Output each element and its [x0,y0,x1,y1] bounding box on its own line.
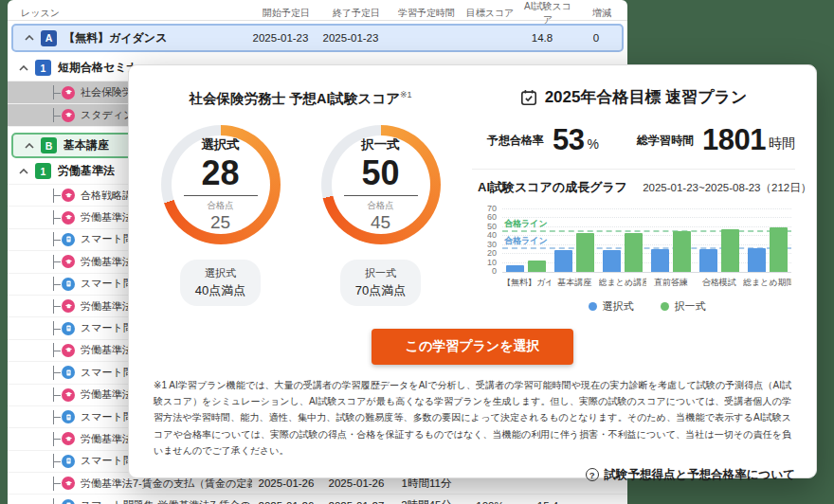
stat-label: 総学習時間 [637,133,694,149]
lesson-label: 労働基準法 [58,163,115,179]
problem-set-icon [62,233,75,246]
x-axis-label: 【無料】ガイダンス [502,277,551,289]
col-header-end-date: 終了予定日 [320,7,392,20]
calendar-icon [520,89,537,106]
x-axis-label: 総まとめ講座 [599,277,647,289]
bar-group [646,209,695,272]
bar-択一式 [528,261,546,272]
legend-dot-icon [661,302,669,311]
lesson-label: 【無料】ガイダンス [63,30,167,46]
start-date: 2025-01-26 [252,500,320,504]
y-axis-tick: 0 [476,266,497,276]
lesson-cell: A【無料】ガイダンス [13,30,246,46]
chart-title: AI試験スコアの成長グラフ [478,179,627,196]
collapse-chevron-icon[interactable] [19,65,28,71]
help-link-text: 試験予想得点と予想合格率について [605,467,795,483]
lecture-icon [62,86,75,99]
problem-set-icon [62,322,75,335]
legend-item: 択一式 [661,299,706,314]
pill-max-score: 40点満点 [195,282,245,299]
target-score: 100% [461,500,519,504]
bar-group [551,209,599,272]
chart-plot-area: 010203040506070合格ライン合格ライン [502,209,791,273]
study-plan-modal: 社会保険労務士 予想AI試験スコア※1 選択式 28 合格点 25 選 [128,64,817,478]
col-header-start-date: 開始予定日 [252,7,320,20]
bar-選択式 [603,250,621,272]
end-date: 2025-01-23 [315,32,387,44]
lesson-label: スマート問題集-労働基準法7-賃金のまとめ（賃金の... [81,498,252,504]
lecture-icon [62,432,75,445]
problem-set-icon [62,499,75,504]
stat-pass-rate: 予想合格率 53 % [487,123,599,157]
select-plan-button[interactable]: この学習プランを選択 [372,329,574,365]
bar-選択式 [554,250,572,272]
plan-summary-section: 2025年合格目標 速習プラン 予想合格率 53 % 総学習時間 1801 時間… [451,81,795,314]
bar-択一式 [625,233,643,272]
problem-set-icon [62,410,75,423]
x-axis-label: 総まとめ期間 [743,277,791,289]
y-axis-tick: 60 [476,212,497,222]
course-badge: 1 [35,60,51,76]
plan-title-text: 2025年合格目標 速習プラン [545,86,748,108]
score-ring: 選択式 28 合格点 25 [161,125,281,244]
bar-選択式 [506,265,524,272]
gauge-takuitsushiki: 択一式 50 合格点 45 択一式 70点満点 [312,125,449,306]
chart-x-labels: 【無料】ガイダンス基本講座総まとめ講座直前答練合格模試総まとめ期間 [502,277,791,289]
ai-score: 15.4 [519,500,576,504]
predicted-score-section: 社会保険労務士 予想AI試験スコア※1 選択式 28 合格点 25 選 [150,81,451,314]
stat-unit: 時間 [769,135,795,153]
pill-label: 選択式 [195,266,245,280]
table-row[interactable]: スマート問題集-労働基準法7-賃金のまとめ（賃金の...2025-01-2620… [8,495,627,504]
bar-択一式 [770,227,788,272]
help-link[interactable]: ? 試験予想得点と予想合格率について [150,467,795,483]
ai-score: 14.8 [514,32,571,44]
gauge-pass-label: 合格点 [367,200,394,212]
bar-group [743,209,791,272]
divider [472,169,795,170]
end-date: 2025-01-27 [320,500,392,504]
bar-選択式 [748,248,766,272]
y-axis-tick: 30 [476,240,497,249]
x-axis-label: 合格模試 [695,277,743,289]
lesson-cell: スマート問題集-労働基準法7-賃金のまとめ（賃金の... [8,498,252,504]
gauge-pass-label: 合格点 [207,200,234,212]
gauge-divider [184,195,258,196]
bar-択一式 [673,231,691,272]
bar-選択式 [699,249,717,273]
stat-label: 予想合格率 [487,133,544,149]
table-row[interactable]: A【無料】ガイダンス2025-01-232025-01-2314.80 [11,24,624,52]
col-header-lesson: レッスン [8,7,252,20]
bars-layer [502,209,791,272]
lecture-icon [62,477,75,490]
collapse-chevron-icon[interactable] [25,143,34,149]
y-axis-tick: 70 [476,204,497,213]
gauge-sentakushiki: 選択式 28 合格点 25 選択式 40点満点 [152,125,289,306]
course-badge: B [41,137,57,153]
max-score-pill: 択一式 70点満点 [340,260,421,306]
course-badge: A [41,30,57,46]
y-axis-tick: 40 [476,230,497,240]
bar-選択式 [651,249,669,272]
problem-set-icon [62,455,75,468]
collapse-chevron-icon[interactable] [25,35,34,41]
lesson-label: 基本講座 [63,137,109,153]
bar-group [599,209,647,272]
col-header-target-score: 目標スコア [461,7,519,20]
pill-max-score: 70点満点 [355,282,406,299]
y-axis-tick: 20 [476,248,497,258]
gauge-value: 50 [361,156,399,190]
growth-chart: 010203040506070合格ライン合格ライン 【無料】ガイダンス基本講座総… [472,209,795,314]
stat-value: 53 [553,123,584,157]
legend-dot-icon [589,302,597,311]
bar-択一式 [721,229,739,272]
bar-group [502,209,551,272]
problem-set-icon [62,366,75,379]
y-axis-tick: 10 [476,258,497,267]
bar-択一式 [576,233,594,272]
col-header-delta: 増減 [576,7,627,20]
stat-unit: % [587,136,598,152]
lecture-icon [62,299,75,313]
col-header-ai-score: AI試験スコア [519,0,576,27]
collapse-chevron-icon[interactable] [19,169,28,174]
question-mark-icon: ? [586,468,599,481]
